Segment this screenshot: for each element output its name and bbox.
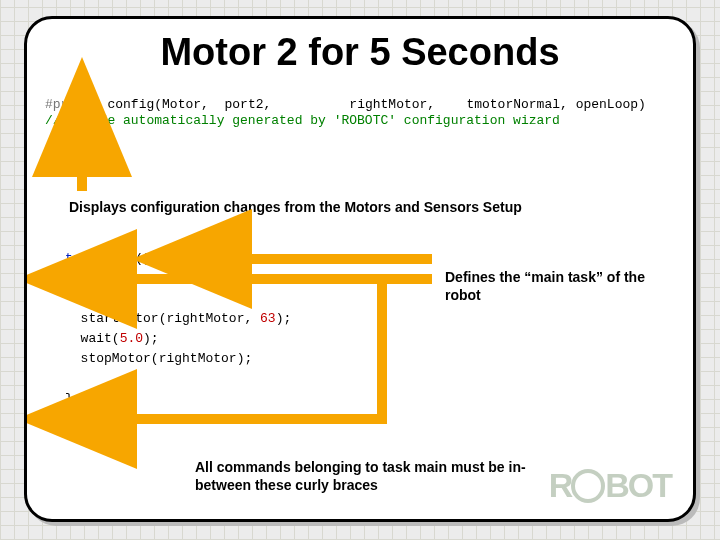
robotc-logo: RBOT	[549, 463, 671, 505]
open-brace: {	[65, 271, 73, 286]
annotation-braces: All commands belonging to task main must…	[195, 459, 555, 494]
stop-motor-fn: stopMotor	[81, 351, 151, 366]
close-brace: }	[65, 391, 73, 406]
pragma-config: config	[107, 97, 154, 112]
wait-fn: wait	[81, 331, 112, 346]
logo-right: BOT	[605, 466, 671, 504]
task-main-code-block: task main() { startMotor(rightMotor, 63)…	[65, 249, 291, 409]
slide-title: Motor 2 for 5 Seconds	[27, 31, 693, 74]
pragma-code-block: #pragma config(Motor, port2, rightMotor,…	[45, 97, 646, 129]
pragma-directive: #pragma	[45, 97, 100, 112]
annotation-config: Displays configuration changes from the …	[69, 199, 522, 217]
gear-icon	[571, 469, 605, 503]
text-cursor	[71, 411, 73, 429]
task-keyword: task	[65, 251, 96, 266]
main-identifier: main	[104, 251, 135, 266]
generated-comment: //*!!Code automatically generated by 'RO…	[45, 113, 560, 128]
logo-left: R	[549, 466, 572, 504]
start-motor-fn: startMotor	[81, 311, 159, 326]
slide-frame: Motor 2 for 5 Seconds #pragma config(Mot…	[24, 16, 696, 522]
annotation-main-task: Defines the “main task” of the robot	[445, 269, 655, 304]
